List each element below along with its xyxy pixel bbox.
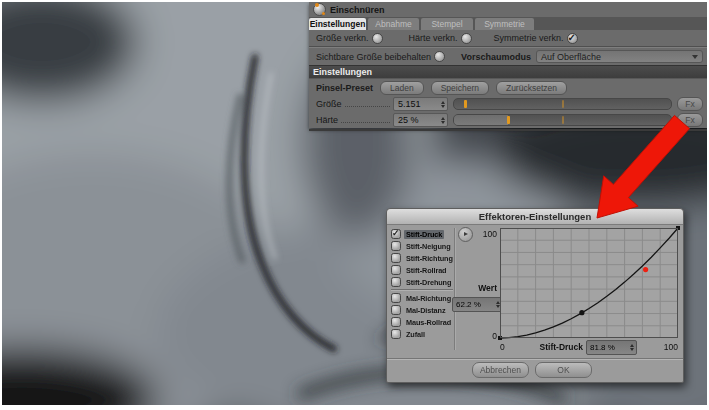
- list-item[interactable]: Stift-Druck: [391, 228, 453, 240]
- tab-abnahme[interactable]: Abnahme: [368, 18, 419, 30]
- stift-neigung-checkbox[interactable]: [391, 241, 401, 251]
- settings-section-header: Einstellungen: [309, 65, 707, 79]
- divider: [387, 358, 683, 360]
- chevron-down-icon: [692, 55, 698, 59]
- preview-mode-value: Auf Oberfläche: [541, 52, 601, 62]
- stift-drehung-checkbox[interactable]: [391, 277, 401, 287]
- mal-richtung-checkbox[interactable]: [391, 293, 401, 303]
- pinch-tool-icon: [313, 3, 326, 16]
- symmetry-link-label: Symmetrie verkn.: [494, 33, 564, 43]
- ok-button[interactable]: OK: [535, 362, 592, 378]
- list-item[interactable]: Maus-Rollrad: [391, 316, 453, 328]
- reset-button[interactable]: Zurücksetzen: [496, 81, 567, 95]
- list-item[interactable]: Stift-Drehung: [391, 276, 453, 288]
- slider-mid-tick: [562, 116, 564, 124]
- tool-title: Einschnüren: [330, 5, 385, 15]
- y-axis-min-label: 0: [467, 331, 497, 341]
- hardness-label: Härte: [316, 115, 338, 125]
- tab-bar: Einstellungen Abnahme Stempel Symmetrie: [309, 17, 707, 30]
- effector-settings-dialog: Effektoren-Einstellungen Stift-Druck Sti…: [386, 208, 684, 383]
- slider-handle-tick[interactable]: [464, 100, 467, 108]
- stepper-icon[interactable]: [630, 344, 634, 351]
- keep-visible-size-checkbox[interactable]: [434, 51, 445, 62]
- hardness-spinner[interactable]: 25 %: [393, 113, 448, 127]
- curve-chart[interactable]: [500, 228, 678, 338]
- tab-einstellungen[interactable]: Einstellungen: [309, 18, 366, 30]
- tab-stempel[interactable]: Stempel: [421, 18, 473, 30]
- stift-druck-checkbox[interactable]: [391, 229, 401, 239]
- stift-richtung-checkbox[interactable]: [391, 253, 401, 263]
- hardness-slider[interactable]: [453, 114, 672, 126]
- curve-editor[interactable]: [500, 228, 678, 338]
- keep-visible-size-label: Sichtbare Größe beibehalten: [316, 52, 431, 62]
- size-spinner[interactable]: 5.151: [393, 97, 448, 111]
- list-item[interactable]: Mal-Distanz: [391, 304, 453, 316]
- attribute-manager-panel: Einschnüren Einstellungen Abnahme Stempe…: [309, 2, 707, 128]
- size-label: Größe: [316, 99, 342, 109]
- panel-bottom-edge: [309, 129, 707, 131]
- stepper-icon[interactable]: [441, 101, 445, 108]
- value-spinner-value: 62.2 %: [456, 300, 481, 309]
- brush-preset-label: Pinsel-Preset: [316, 83, 373, 93]
- size-link-checkbox[interactable]: [372, 33, 383, 44]
- tab-symmetrie[interactable]: Symmetrie: [475, 18, 534, 30]
- y-axis-title: Wert: [457, 283, 497, 293]
- list-item[interactable]: Stift-Richtung: [391, 252, 453, 264]
- vertical-divider: [454, 228, 456, 350]
- dialog-titlebar[interactable]: Effektoren-Einstellungen: [387, 209, 683, 225]
- slider-mid-tick: [562, 100, 564, 108]
- hardness-value: 25 %: [398, 115, 419, 125]
- preview-mode-dropdown[interactable]: Auf Oberfläche: [536, 50, 703, 63]
- save-button[interactable]: Speichern: [431, 81, 489, 95]
- y-axis-max-label: 100: [467, 229, 497, 239]
- hardness-link-checkbox[interactable]: [461, 33, 472, 44]
- stift-rollrad-checkbox[interactable]: [391, 265, 401, 275]
- effector-list: Stift-Druck Stift-Neigung Stift-Richtung…: [391, 228, 453, 340]
- dotted-leader: [341, 121, 390, 123]
- list-item[interactable]: Mal-Richtung: [391, 292, 453, 304]
- pressure-spinner[interactable]: 81.8 %: [586, 340, 637, 355]
- hardness-param-row: Härte 25 % Fx: [309, 112, 707, 128]
- pressure-spinner-value: 81.8 %: [590, 343, 615, 352]
- dotted-leader: [345, 105, 390, 107]
- load-button[interactable]: Laden: [380, 81, 424, 95]
- size-link-label: Größe verkn.: [316, 33, 369, 43]
- list-item[interactable]: Stift-Neigung: [391, 240, 453, 252]
- x-axis-title: Stift-Druck: [527, 342, 583, 352]
- list-item[interactable]: Zufall: [391, 328, 453, 340]
- hardness-link-label: Härte verkn.: [409, 33, 458, 43]
- symmetry-link-checkbox[interactable]: [567, 33, 578, 44]
- cancel-button[interactable]: Abbrechen: [472, 362, 529, 378]
- value-spinner[interactable]: 62.2 %: [452, 297, 503, 312]
- slider-fill: [454, 115, 508, 125]
- size-param-row: Größe 5.151 Fx: [309, 96, 707, 112]
- zufall-checkbox[interactable]: [391, 329, 401, 339]
- 3d-viewport[interactable]: Einschnüren Einstellungen Abnahme Stempe…: [2, 2, 707, 405]
- x-axis-max-label: 100: [648, 342, 678, 352]
- size-fx-button[interactable]: Fx: [677, 97, 703, 111]
- hardness-fx-button[interactable]: Fx: [677, 113, 703, 127]
- stepper-icon[interactable]: [441, 117, 445, 124]
- preview-mode-label: Vorschaumodus: [461, 52, 531, 62]
- size-value: 5.151: [398, 99, 421, 109]
- x-axis-min-label: 0: [500, 342, 510, 352]
- list-separator: [391, 289, 453, 291]
- maus-rollrad-checkbox[interactable]: [391, 317, 401, 327]
- list-item[interactable]: Stift-Rollrad: [391, 264, 453, 276]
- size-slider[interactable]: [453, 98, 672, 110]
- slider-handle-tick[interactable]: [507, 116, 510, 124]
- mal-distanz-checkbox[interactable]: [391, 305, 401, 315]
